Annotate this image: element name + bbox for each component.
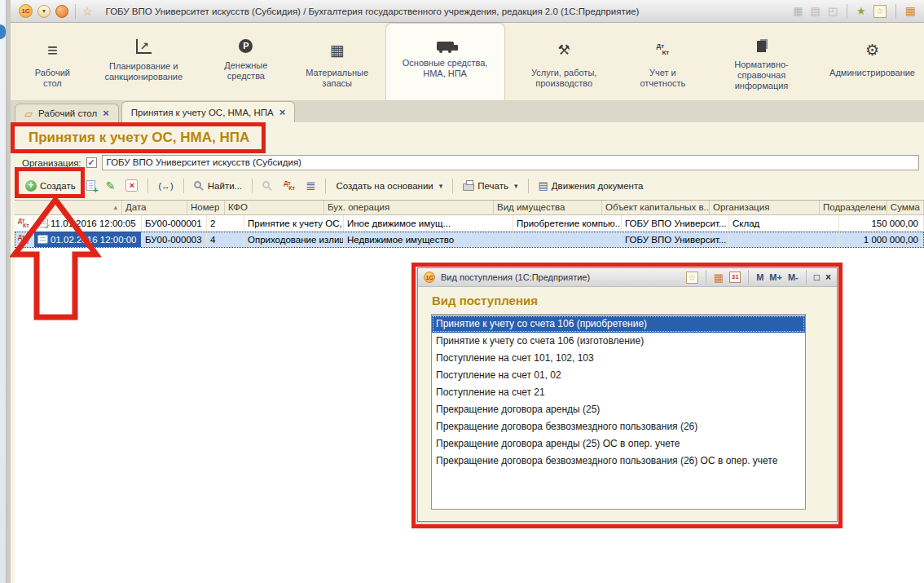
- memory-button[interactable]: M: [756, 272, 763, 282]
- receipt-type-item[interactable]: Поступление на счет 01, 02: [432, 367, 805, 384]
- calculator-icon[interactable]: ▦: [714, 272, 724, 284]
- favorites-add-icon[interactable]: ★: [856, 6, 866, 16]
- print-icon[interactable]: ▤: [811, 6, 821, 16]
- table-header-row: Дата Номер КФО Бух. операция Вид имущест…: [15, 201, 924, 215]
- table-row[interactable]: 11.01.2016 12:00:05 БУ00-000001 2 Принят…: [15, 215, 924, 232]
- find-button-label: Найти...: [208, 181, 242, 191]
- dtkt-button[interactable]: [280, 179, 298, 192]
- column-header[interactable]: Подразделение: [820, 201, 887, 214]
- favorites-star-icon[interactable]: ☆: [82, 5, 93, 18]
- ribbon-section-label: Учет и отчетность: [632, 68, 693, 89]
- ribbon-section-icon: [757, 41, 766, 52]
- create-plus-icon: [25, 180, 37, 192]
- print-button-label: Печать: [477, 181, 508, 191]
- receipt-type-item[interactable]: Прекращение договора безвозмездного поль…: [432, 453, 805, 470]
- memory-button[interactable]: M+: [769, 272, 782, 282]
- tab[interactable]: Принятия к учету ОС, НМА, НПА ×: [121, 101, 296, 122]
- create-based-on-label: Создать на основании: [336, 181, 433, 191]
- dialog-heading: Вид поступления: [432, 294, 806, 307]
- copy-icon: [86, 180, 95, 191]
- column-header[interactable]: [15, 201, 122, 214]
- clear-search-button[interactable]: [259, 179, 276, 192]
- list-toolbar: Создать Найти... Создать на основа: [22, 175, 919, 196]
- receipt-type-item[interactable]: Поступление на счет 101, 102, 103: [432, 350, 805, 367]
- main-menu-button[interactable]: ▾: [37, 5, 51, 18]
- receipt-type-item[interactable]: Принятие к учету со счета 106 (изготовле…: [432, 333, 805, 350]
- register-list-button[interactable]: [302, 177, 319, 195]
- receipt-type-item[interactable]: Прекращение договора безвозмездного поль…: [432, 418, 805, 435]
- edit-button[interactable]: [103, 178, 119, 194]
- organization-label: Организация:: [22, 158, 81, 168]
- ribbon-section-label: Основные средства, НМА, НПА: [395, 58, 495, 79]
- register-list-icon: [306, 179, 316, 193]
- column-header[interactable]: Дата: [122, 201, 187, 214]
- ribbon-section[interactable]: Услуги, работы, производство: [505, 23, 623, 100]
- delete-button[interactable]: [122, 178, 141, 193]
- ribbon-section-label: Планирование и санкционирование: [94, 61, 194, 82]
- 1c-logo-icon: 1С: [424, 272, 435, 283]
- cell-division: [729, 232, 839, 247]
- document-movements-label: Движения документа: [552, 181, 644, 191]
- receipt-type-item[interactable]: Прекращение договора аренды (25) ОС в оп…: [432, 435, 805, 453]
- preview-icon[interactable]: ◰: [828, 6, 838, 16]
- ribbon-section[interactable]: Администрирование: [821, 23, 924, 100]
- save-icon[interactable]: ▦: [793, 6, 803, 16]
- favorites-box-icon[interactable]: ☆: [686, 272, 698, 284]
- column-header[interactable]: КФО: [225, 201, 324, 214]
- ribbon-section[interactable]: Нормативно-справочная информация: [702, 23, 821, 100]
- ribbon-section-label: Администрирование: [829, 68, 915, 78]
- column-header[interactable]: Объект капитальных в...: [602, 201, 710, 214]
- copy-button[interactable]: [83, 179, 99, 192]
- ribbon-section[interactable]: Планирование и санкционирование: [85, 23, 203, 100]
- tab-close-button[interactable]: ×: [103, 109, 109, 117]
- ribbon-section[interactable]: Материальные запасы: [289, 23, 385, 100]
- tab[interactable]: Рабочий стол ×: [15, 104, 119, 122]
- refresh-button[interactable]: [155, 179, 176, 192]
- ribbon-section-icon: [437, 42, 454, 51]
- organization-field[interactable]: ГОБУ ВПО Университет искусств (Субсидия): [102, 155, 919, 170]
- organization-checkbox[interactable]: [86, 157, 97, 168]
- window-title: ГОБУ ВПО Университет искусств (Субсидия)…: [106, 7, 640, 16]
- background-window-strip: [0, 0, 7, 583]
- cell-property-kind: Недвижимое имущество: [344, 232, 513, 247]
- create-based-on-button[interactable]: Создать на основании: [332, 179, 446, 192]
- cell-organization: ГОБУ ВПО Университ...: [622, 215, 729, 231]
- 1c-logo-icon: 1С: [19, 4, 33, 18]
- ribbon-section[interactable]: Рабочий стол: [20, 23, 85, 100]
- toolbar-separator: [252, 179, 253, 193]
- close-icon[interactable]: ×: [825, 272, 831, 283]
- toolbar-separator: [452, 179, 453, 193]
- cell-kfo: 2: [207, 215, 244, 231]
- maximize-icon[interactable]: □: [814, 272, 820, 283]
- column-header[interactable]: Номер: [187, 201, 225, 214]
- ribbon-section[interactable]: Учет и отчетность: [623, 23, 702, 100]
- memory-button[interactable]: M-: [788, 272, 799, 282]
- receipt-type-item[interactable]: Принятие к учету со счета 106 (приобрете…: [432, 316, 805, 333]
- receipt-type-item[interactable]: Прекращение договора аренды (25): [432, 401, 805, 418]
- column-header[interactable]: Вид имущества: [494, 201, 602, 214]
- ribbon-section-label: Рабочий стол: [29, 68, 76, 89]
- calendar-icon[interactable]: 31: [729, 272, 741, 283]
- document-movements-icon: [539, 179, 548, 192]
- find-button[interactable]: Найти...: [191, 179, 245, 192]
- favorites-box-icon[interactable]: ☆: [873, 5, 887, 18]
- receipt-type-item[interactable]: Поступление на счет 21: [432, 384, 805, 401]
- service-menu-icon[interactable]: ▦: [905, 6, 916, 16]
- document-movements-button[interactable]: Движения документа: [535, 178, 647, 193]
- dialog-vid-postupleniya: 1С Вид поступления (1С:Предприятие) ☆ ▦ …: [417, 267, 838, 522]
- ribbon-section[interactable]: Денежные средства: [203, 23, 289, 100]
- ribbon-section[interactable]: Основные средства, НМА, НПА: [385, 23, 505, 100]
- ribbon-section-icon: [558, 39, 570, 60]
- record-circle-button[interactable]: [55, 5, 68, 18]
- print-button[interactable]: Печать: [460, 179, 521, 192]
- table-row[interactable]: 01.02.2016 12:00:00 БУ00-000003 4 Оприхо…: [15, 232, 924, 248]
- ribbon-section-label: Нормативно-справочная информация: [711, 60, 812, 91]
- tab-close-button[interactable]: ×: [279, 108, 286, 117]
- screen: 1С ▾ ☆ ГОБУ ВПО Университет искусств (Су…: [0, 0, 924, 583]
- organization-filter-row: Организация: ГОБУ ВПО Университет искусс…: [22, 155, 919, 170]
- column-header[interactable]: Сумма: [887, 201, 924, 214]
- column-header[interactable]: Организация: [710, 201, 820, 214]
- create-button[interactable]: Создать: [22, 179, 79, 193]
- column-header[interactable]: Бух. операция: [324, 201, 494, 214]
- cell-sum: 150 000,00: [839, 215, 924, 231]
